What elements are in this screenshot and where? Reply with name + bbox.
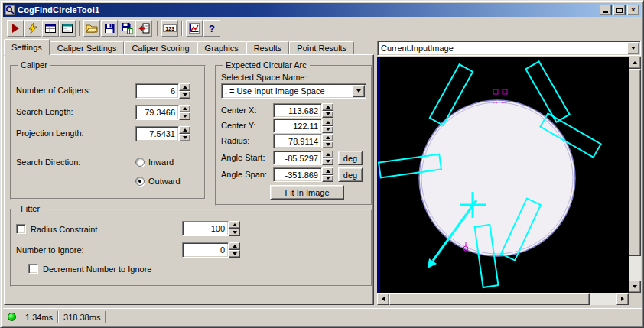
close-button[interactable]: ×: [627, 5, 639, 15]
inward-radio-label[interactable]: Inward: [148, 158, 174, 167]
number-of-calipers-spinner[interactable]: [179, 83, 190, 99]
spin-up-icon[interactable]: [179, 126, 190, 134]
image-source-combo[interactable]: Current.InputImage: [377, 41, 641, 56]
live-run-button[interactable]: [24, 20, 41, 37]
angle-start-deg-button[interactable]: deg: [338, 151, 363, 165]
center-x-spinner[interactable]: [322, 103, 333, 118]
svg-text:123: 123: [165, 26, 174, 31]
numeric-icon: 123: [163, 22, 177, 34]
spin-up-icon[interactable]: [322, 151, 333, 158]
spin-down-icon[interactable]: [322, 141, 333, 149]
open-button[interactable]: [83, 20, 100, 37]
scroll-up-button[interactable]: [629, 57, 641, 69]
tab-caliper-settings[interactable]: Caliper Settings: [50, 41, 125, 55]
number-of-calipers-input[interactable]: 6: [135, 83, 179, 99]
chevron-down-icon: [356, 89, 361, 93]
spin-up-icon[interactable]: [179, 105, 190, 112]
radius-constraint-input[interactable]: 100: [182, 221, 229, 236]
toolbar: 123 ?: [4, 19, 640, 38]
radius-constraint-spinner[interactable]: [229, 221, 240, 236]
scroll-left-button[interactable]: [377, 293, 389, 305]
spin-down-icon[interactable]: [179, 91, 190, 99]
spin-up-icon[interactable]: [322, 134, 333, 141]
radius-constraint-label[interactable]: Radius Constraint: [31, 225, 97, 234]
projection-length-spinner[interactable]: [179, 126, 190, 141]
search-length-input[interactable]: 79.3466: [135, 105, 179, 120]
tab-results[interactable]: Results: [246, 41, 290, 55]
horizontal-scrollbar[interactable]: [377, 293, 629, 305]
maximize-button[interactable]: [613, 5, 626, 15]
save-image-button[interactable]: [119, 20, 135, 37]
selected-space-name-combo[interactable]: . = Use Input Image Space: [221, 83, 366, 99]
help-button[interactable]: ?: [203, 20, 220, 37]
run-button[interactable]: [7, 20, 24, 37]
number-to-ignore-input[interactable]: 0: [182, 242, 229, 258]
spin-up-icon[interactable]: [229, 221, 240, 229]
number-to-ignore-spinner[interactable]: [229, 242, 240, 258]
angle-span-label: Angle Span:: [221, 170, 267, 179]
tab-strip: Settings Caliper Settings Caliper Scorin…: [4, 40, 354, 55]
angle-span-input[interactable]: -351.869: [273, 167, 322, 182]
spin-down-icon[interactable]: [322, 158, 333, 166]
projection-length-label: Projection Length:: [16, 128, 84, 138]
angle-start-spinner[interactable]: [322, 151, 333, 165]
vertical-scrollbar[interactable]: [629, 57, 641, 293]
chart-button[interactable]: [186, 20, 203, 37]
tab-caliper-scoring[interactable]: Caliper Scoring: [124, 41, 197, 55]
save-image-icon: [121, 22, 133, 34]
minimize-button[interactable]: [600, 5, 612, 15]
radius-constraint-checkbox[interactable]: [16, 224, 26, 234]
spin-down-icon[interactable]: [179, 112, 190, 120]
status-separator: [105, 311, 106, 323]
combo-dropdown-button[interactable]: [353, 85, 365, 97]
projection-length-input[interactable]: 7.5431: [135, 126, 179, 141]
status-led-icon: [8, 313, 16, 321]
scroll-down-button[interactable]: [629, 281, 641, 293]
outward-radio[interactable]: [135, 177, 145, 186]
spin-down-icon[interactable]: [322, 126, 333, 134]
center-y-spinner[interactable]: [322, 119, 333, 133]
image-display[interactable]: ↔ ↔: [377, 57, 629, 293]
decrement-label[interactable]: Decrement Number to Ignore: [43, 265, 151, 274]
radius-spinner[interactable]: [322, 134, 333, 148]
center-x-input[interactable]: 113.682: [273, 103, 322, 118]
tab-point-results[interactable]: Point Results: [289, 41, 354, 55]
numeric-display-button[interactable]: 123: [161, 20, 178, 37]
marker-arrow-icon: ↔: [491, 97, 499, 106]
spin-down-icon[interactable]: [229, 250, 240, 258]
spin-up-icon[interactable]: [229, 242, 240, 250]
center-y-input[interactable]: 122.11: [273, 119, 322, 133]
window-title: CogFindCircleTool1: [18, 5, 99, 15]
chevron-down-icon: [631, 47, 636, 50]
show-controls-icon: [61, 22, 73, 34]
angle-start-input[interactable]: -85.5297: [273, 151, 322, 165]
spin-down-icon[interactable]: [322, 111, 333, 119]
angle-span-spinner[interactable]: [322, 167, 333, 182]
status-separator: [57, 311, 59, 323]
search-length-spinner[interactable]: [179, 105, 190, 120]
angle-span-deg-button[interactable]: deg: [338, 167, 363, 182]
vertical-scroll-thumb[interactable]: [629, 69, 641, 256]
fit-in-image-button[interactable]: Fit In Image: [270, 185, 344, 200]
spin-up-icon[interactable]: [179, 83, 190, 91]
spin-down-icon[interactable]: [179, 134, 190, 141]
save-button[interactable]: [101, 20, 118, 37]
radius-input[interactable]: 78.9114: [273, 134, 322, 148]
import-button[interactable]: [135, 20, 152, 37]
show-results-button[interactable]: [42, 20, 59, 37]
spin-up-icon[interactable]: [322, 103, 333, 111]
tab-settings[interactable]: Settings: [4, 39, 50, 55]
spin-down-icon[interactable]: [229, 229, 240, 236]
scroll-right-button[interactable]: [616, 293, 629, 305]
tab-graphics[interactable]: Graphics: [197, 41, 246, 55]
titlebar[interactable]: CogFindCircleTool1 ×: [3, 3, 641, 17]
decrement-checkbox[interactable]: [28, 264, 38, 274]
image-combo-dropdown-button[interactable]: [627, 42, 639, 54]
inward-radio[interactable]: [135, 158, 145, 167]
spin-up-icon[interactable]: [322, 119, 333, 126]
show-controls-button[interactable]: [59, 20, 76, 37]
spin-down-icon[interactable]: [322, 175, 333, 183]
horizontal-scroll-thumb[interactable]: [389, 293, 590, 305]
outward-radio-label[interactable]: Outward: [148, 177, 181, 186]
spin-up-icon[interactable]: [322, 167, 333, 175]
